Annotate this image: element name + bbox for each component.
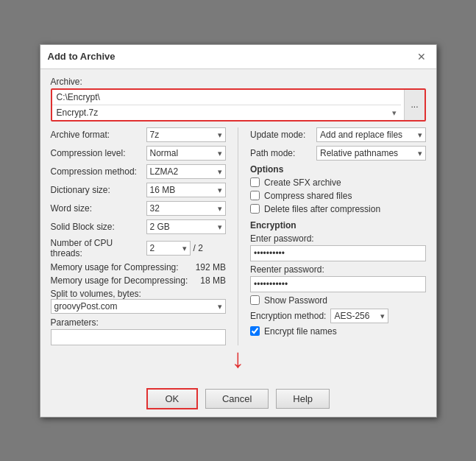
show-password-checkbox[interactable] [250, 295, 260, 305]
dialog-footer: OK Cancel Help [40, 381, 436, 417]
split-volumes-select[interactable]: groovyPost.com [51, 299, 227, 314]
enter-password-input[interactable] [250, 245, 426, 261]
arrow-indicator: ↓ [51, 345, 426, 372]
compression-method-row: Compression method: LZMA2 LZMA PPMd [51, 164, 227, 179]
encryption-method-label: Encryption method: [250, 311, 326, 321]
split-volumes-section: Split to volumes, bytes: groovyPost.com [51, 289, 227, 314]
left-column: Archive format: 7z zip tar Compression l… [51, 127, 227, 345]
options-header: Options [250, 164, 426, 175]
memory-compress-value: 192 MB [196, 262, 226, 272]
dictionary-size-row: Dictionary size: 16 MB 8 MB 32 MB [51, 183, 227, 197]
dialog-body: Archive: C:\Encrypt\ Encrypt.7z ... [40, 69, 436, 381]
word-size-row: Word size: 32 16 64 [51, 201, 227, 216]
cancel-button[interactable]: Cancel [205, 389, 269, 409]
archive-label: Archive: [51, 77, 426, 87]
archive-filename-select[interactable]: Encrypt.7z [52, 105, 402, 120]
compress-shared-row: Compress shared files [250, 191, 426, 201]
cpu-threads-label: Number of CPU threads: [51, 238, 146, 258]
compression-level-row: Compression level: Normal Store Fast Max… [51, 146, 227, 161]
path-mode-select[interactable]: Relative pathnames Full pathnames No pat… [316, 146, 426, 161]
create-sfx-label: Create SFX archive [264, 177, 341, 188]
word-size-select-wrap: 32 16 64 [146, 201, 227, 216]
compress-shared-label: Compress shared files [264, 191, 352, 201]
enter-password-label: Enter password: [250, 233, 426, 244]
archive-filename-wrap: Encrypt.7z [52, 105, 402, 120]
update-mode-select-wrap: Add and replace files Update and add fil… [316, 127, 426, 142]
memory-compress-label: Memory usage for Compressing: [51, 262, 179, 272]
compression-method-label: Compression method: [51, 166, 146, 177]
path-mode-row: Path mode: Relative pathnames Full pathn… [250, 146, 426, 161]
compress-shared-checkbox[interactable] [250, 191, 260, 200]
encrypt-filenames-row: Encrypt file names [250, 326, 426, 337]
encryption-method-select[interactable]: AES-256 ZipCrypto [330, 309, 388, 323]
dictionary-size-label: Dictionary size: [51, 185, 146, 195]
down-arrow-icon: ↓ [232, 345, 245, 372]
archive-browse-button[interactable]: ... [404, 90, 424, 120]
reenter-password-input[interactable] [250, 276, 426, 292]
show-password-label: Show Password [264, 295, 327, 306]
update-mode-select[interactable]: Add and replace files Update and add fil… [316, 127, 426, 142]
path-mode-label: Path mode: [250, 148, 316, 158]
update-mode-label: Update mode: [250, 130, 316, 140]
delete-after-checkbox[interactable] [250, 204, 260, 214]
dialog-title: Add to Archive [48, 51, 116, 62]
word-size-select[interactable]: 32 16 64 [146, 201, 227, 216]
dictionary-size-select[interactable]: 16 MB 8 MB 32 MB [146, 183, 227, 197]
right-column: Update mode: Add and replace files Updat… [238, 127, 426, 345]
archive-format-row: Archive format: 7z zip tar [51, 127, 227, 142]
encryption-method-row: Encryption method: AES-256 ZipCrypto [250, 309, 426, 323]
compression-method-select-wrap: LZMA2 LZMA PPMd [146, 164, 227, 179]
help-button[interactable]: Help [276, 389, 330, 409]
encrypt-filenames-checkbox[interactable] [250, 326, 260, 336]
options-section: Options Create SFX archive Compress shar… [250, 164, 426, 214]
memory-decompress-value: 18 MB [200, 275, 226, 286]
memory-decompress-label: Memory usage for Decompressing: [51, 275, 188, 286]
memory-compress-row: Memory usage for Compressing: 192 MB [51, 262, 227, 272]
cpu-threads-extra: / 2 [193, 243, 203, 253]
solid-block-size-row: Solid Block size: 2 GB 1 GB 128 MB [51, 219, 227, 234]
archive-path: C:\Encrypt\ [52, 90, 402, 105]
solid-block-size-select-wrap: 2 GB 1 GB 128 MB [146, 219, 227, 234]
encrypt-filenames-label: Encrypt file names [264, 326, 337, 337]
cpu-threads-row: Number of CPU threads: 2 1 / 2 [51, 238, 227, 258]
main-columns: Archive format: 7z zip tar Compression l… [51, 127, 426, 345]
compression-level-select[interactable]: Normal Store Fast Maximum Ultra [146, 146, 227, 161]
solid-block-size-select[interactable]: 2 GB 1 GB 128 MB [146, 219, 227, 234]
add-to-archive-dialog: Add to Archive ✕ Archive: C:\Encrypt\ En… [40, 44, 437, 418]
compression-level-label: Compression level: [51, 148, 146, 158]
archive-section: Archive: C:\Encrypt\ Encrypt.7z ... [51, 77, 426, 122]
parameters-section: Parameters: [51, 317, 227, 345]
cpu-threads-select[interactable]: 2 1 [146, 241, 191, 256]
solid-block-size-label: Solid Block size: [51, 222, 146, 232]
compression-method-select[interactable]: LZMA2 LZMA PPMd [146, 164, 227, 179]
split-volumes-select-wrap: groovyPost.com [51, 299, 227, 314]
ok-button[interactable]: OK [146, 388, 198, 409]
create-sfx-checkbox[interactable] [250, 177, 260, 187]
split-volumes-label: Split to volumes, bytes: [51, 289, 141, 299]
delete-after-label: Delete files after compression [264, 204, 380, 214]
close-button[interactable]: ✕ [414, 49, 429, 64]
show-password-row: Show Password [250, 295, 426, 306]
parameters-label: Parameters: [51, 317, 227, 328]
encryption-header: Encryption [250, 220, 426, 230]
memory-decompress-row: Memory usage for Decompressing: 18 MB [51, 275, 227, 286]
parameters-input[interactable] [51, 329, 227, 345]
dictionary-size-select-wrap: 16 MB 8 MB 32 MB [146, 183, 227, 197]
encryption-section: Encryption Enter password: Reenter passw… [250, 220, 426, 337]
archive-format-select-wrap: 7z zip tar [146, 127, 227, 142]
create-sfx-row: Create SFX archive [250, 177, 426, 188]
cpu-threads-select-wrap: 2 1 [146, 241, 191, 256]
archive-input-row: C:\Encrypt\ Encrypt.7z ... [51, 88, 426, 122]
reenter-password-label: Reenter password: [250, 264, 426, 275]
path-mode-select-wrap: Relative pathnames Full pathnames No pat… [316, 146, 426, 161]
update-mode-row: Update mode: Add and replace files Updat… [250, 127, 426, 142]
delete-after-row: Delete files after compression [250, 204, 426, 214]
archive-format-label: Archive format: [51, 130, 146, 140]
compression-level-select-wrap: Normal Store Fast Maximum Ultra [146, 146, 227, 161]
archive-format-select[interactable]: 7z zip tar [146, 127, 227, 142]
word-size-label: Word size: [51, 203, 146, 214]
archive-input-wrapper: C:\Encrypt\ Encrypt.7z [52, 90, 402, 120]
title-bar: Add to Archive ✕ [40, 45, 436, 69]
encryption-method-select-wrap: AES-256 ZipCrypto [330, 309, 388, 323]
